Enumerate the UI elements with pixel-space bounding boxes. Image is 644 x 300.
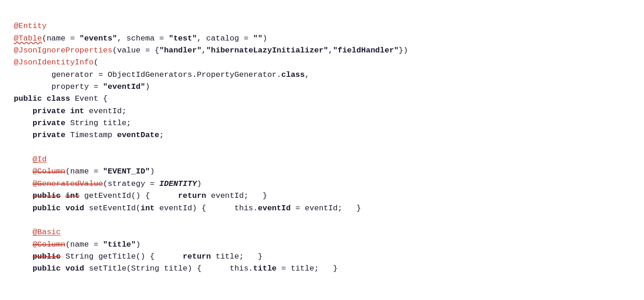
code-line [14, 142, 630, 154]
code-line: @Table(name = "events", schema = "test",… [14, 33, 630, 45]
code-line: @JsonIdentityInfo( [14, 57, 630, 69]
code-line: @Column(name = "EVENT_ID") [14, 166, 630, 178]
code-line: @Column(name = "title") [14, 239, 630, 251]
code-line: public int getEventId() { return eventId… [14, 190, 630, 202]
code-container: @Entity@Table(name = "events", schema = … [14, 8, 630, 275]
code-line: public void setTitle(String title) { thi… [14, 263, 630, 275]
code-line: generator = ObjectIdGenerators.PropertyG… [14, 69, 630, 81]
code-line: @JsonIgnoreProperties(value = {"handler"… [14, 45, 630, 57]
code-line: @GeneratedValue(strategy = IDENTITY) [14, 178, 630, 190]
code-line: public String getTitle() { return title;… [14, 251, 630, 263]
code-line: public void setEventId(int eventId) { th… [14, 202, 630, 214]
code-line: private String title; [14, 117, 630, 129]
code-line: property = "eventId") [14, 81, 630, 93]
code-line [14, 214, 630, 226]
code-line: @Id [14, 154, 630, 166]
code-line: @Basic [14, 226, 630, 238]
code-line: public class Event { [14, 93, 630, 105]
code-line: private int eventId; [14, 105, 630, 117]
code-line: @Entity [14, 20, 630, 32]
code-line: private Timestamp eventDate; [14, 129, 630, 141]
